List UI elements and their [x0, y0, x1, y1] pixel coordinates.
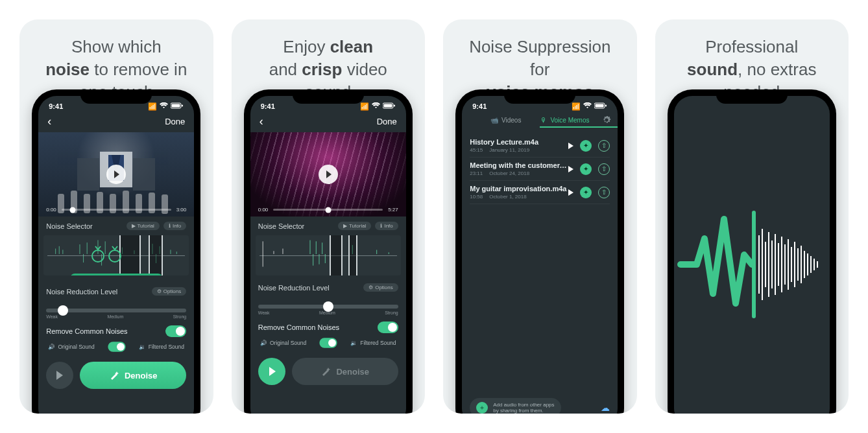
reduction-slider[interactable]: [46, 309, 186, 312]
nav-bar: ‹ Done: [250, 113, 406, 132]
back-button[interactable]: ‹: [259, 115, 263, 127]
common-noises-label: Remove Common Noises: [258, 323, 339, 331]
share-icon[interactable]: ⇧: [598, 140, 610, 152]
common-noises-toggle[interactable]: [165, 325, 186, 337]
original-sound-label: 🔊 Original Sound: [48, 344, 94, 350]
play-icon[interactable]: [568, 189, 573, 196]
cloud-icon[interactable]: ☁: [601, 403, 610, 413]
tutorial-button[interactable]: ▶ Tutorial: [127, 222, 160, 230]
mic-icon: 🎙: [540, 117, 547, 124]
phone-mock-1: 9:41 📶 ‹ Done: [32, 89, 200, 414]
sound-mode-toggle[interactable]: [320, 338, 337, 347]
reduction-slider[interactable]: [258, 305, 398, 309]
done-button[interactable]: Done: [165, 117, 185, 126]
play-icon[interactable]: [319, 165, 338, 184]
screenshot-panel-1: Show which noise to remove in one touch …: [19, 19, 213, 414]
play-icon[interactable]: [568, 166, 573, 172]
notch: [293, 89, 364, 104]
video-preview[interactable]: 0:00 5:27: [250, 132, 406, 216]
denoise-icon[interactable]: ✦: [580, 140, 592, 152]
time-end: 5:27: [388, 207, 398, 213]
notch: [504, 89, 575, 104]
play-icon[interactable]: [568, 143, 573, 149]
screenshot-panel-3: Noise Suppression for voice memos 9:41 📶: [443, 19, 637, 414]
notch: [716, 89, 788, 104]
signal-icon: 📶: [572, 102, 581, 111]
notch: [80, 89, 152, 104]
file-date: October 24, 2018: [489, 170, 529, 176]
common-noises-label: Remove Common Noises: [46, 327, 127, 335]
file-duration: 10:58: [470, 194, 483, 200]
svg-rect-2: [182, 105, 183, 107]
screenshot-panel-2: Enjoy clean and crisp video sound 9:41 📶: [232, 19, 426, 414]
tab-videos[interactable]: 📹 Videos: [490, 117, 521, 124]
tab-bar: 📹 Videos 🎙 Voice Memos: [462, 113, 618, 124]
reduction-level-label: Noise Reduction Level: [46, 288, 117, 296]
phone-mock-4: [668, 89, 836, 414]
scrubber[interactable]: [273, 209, 383, 211]
time-start: 0:00: [46, 207, 56, 213]
preview-play-button[interactable]: [46, 362, 73, 389]
phone-mock-2: 9:41 📶 ‹ Done: [244, 89, 413, 414]
tab-underline: [540, 126, 618, 128]
magic-wand-icon: [320, 366, 331, 377]
signal-icon: 📶: [360, 102, 369, 111]
signal-icon: 📶: [148, 102, 157, 111]
done-button[interactable]: Done: [377, 117, 397, 126]
add-audio-icon: ＋: [476, 402, 488, 414]
video-icon: 📹: [490, 117, 498, 124]
list-item[interactable]: Meeting with the customer.m4a 23:11 Octo…: [470, 158, 610, 181]
status-time: 9:41: [261, 102, 275, 110]
settings-button[interactable]: [602, 115, 611, 126]
options-button[interactable]: ⚙ Options: [152, 287, 187, 296]
play-icon[interactable]: [106, 165, 126, 184]
common-noises-toggle[interactable]: [378, 322, 398, 333]
file-title: History Lecture.m4a: [470, 138, 568, 146]
share-icon[interactable]: ⇧: [598, 163, 610, 175]
wifi-icon: [372, 102, 380, 110]
options-button[interactable]: ⚙ Options: [363, 283, 398, 292]
share-icon[interactable]: ⇧: [598, 187, 610, 198]
svg-rect-6: [77, 158, 99, 191]
sound-mode-toggle[interactable]: [108, 342, 125, 351]
import-tip[interactable]: ＋ Add audio from other apps by sharing f…: [470, 398, 561, 414]
info-button[interactable]: ℹ Info: [375, 222, 398, 230]
svg-rect-37: [394, 105, 395, 107]
list-item[interactable]: History Lecture.m4a 45:15 January 11, 20…: [470, 134, 610, 158]
reduction-level-label: Noise Reduction Level: [258, 284, 330, 292]
waveform-selector[interactable]: Pinch-Zoom – to zooming in or out: [43, 235, 189, 275]
back-button[interactable]: ‹: [47, 115, 51, 127]
app-logo-splash: [674, 96, 830, 414]
svg-rect-36: [383, 104, 392, 108]
screenshot-panel-4: Professional sound, no extras needed: [655, 19, 849, 414]
svg-rect-51: [596, 104, 604, 108]
denoise-icon[interactable]: ✦: [580, 187, 592, 198]
tutorial-button[interactable]: ▶ Tutorial: [338, 222, 371, 230]
svg-point-34: [109, 250, 121, 262]
svg-rect-1: [172, 104, 180, 108]
list-item[interactable]: My guitar improvisation.m4a 10:58 Octobe…: [470, 181, 610, 204]
denoise-button-disabled: Denoise: [292, 358, 398, 385]
wifi-icon: [160, 102, 168, 110]
file-duration: 45:15: [470, 147, 483, 153]
tab-voice-memos[interactable]: 🎙 Voice Memos: [540, 117, 589, 124]
pinch-hint: Pinch-Zoom – to zooming in or out: [70, 274, 162, 275]
denoise-button[interactable]: Denoise: [80, 362, 186, 389]
status-time: 9:41: [472, 102, 487, 110]
waveform-selector[interactable]: [256, 235, 401, 275]
pinch-gesture-icon: [90, 243, 123, 269]
file-list: History Lecture.m4a 45:15 January 11, 20…: [462, 134, 618, 204]
file-date: January 11, 2019: [489, 147, 529, 153]
file-duration: 23:11: [470, 170, 483, 176]
filtered-sound-label: 🔉 Filtered Sound: [139, 344, 184, 350]
svg-point-33: [92, 250, 104, 262]
nav-bar: ‹ Done: [38, 113, 194, 132]
info-button[interactable]: ℹ Info: [163, 222, 186, 230]
video-preview[interactable]: 0:00 3:00: [38, 132, 194, 216]
preview-play-button[interactable]: [258, 358, 285, 385]
tip-bar: ＋ Add audio from other apps by sharing f…: [470, 398, 610, 414]
battery-icon: [171, 102, 184, 110]
scrubber[interactable]: [62, 209, 171, 211]
wifi-icon: [583, 102, 592, 110]
denoise-icon[interactable]: ✦: [580, 163, 592, 175]
